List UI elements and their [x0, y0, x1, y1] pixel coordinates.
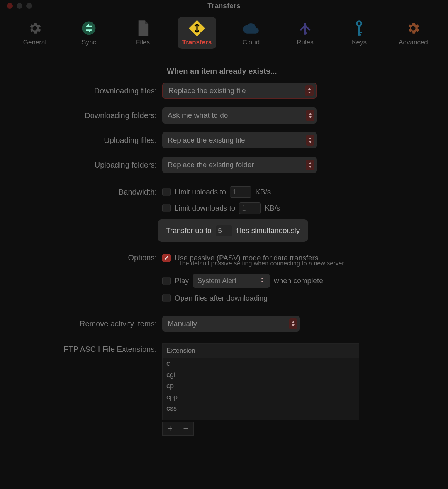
svg-point-0: [82, 22, 96, 35]
limit-uploads-input[interactable]: [230, 186, 251, 198]
gear-icon: [27, 20, 43, 36]
open-after-label: Open files after downloading: [175, 294, 268, 302]
tab-label: Files: [136, 39, 150, 46]
tab-label: Keys: [352, 39, 367, 46]
tab-keys[interactable]: Keys: [340, 17, 378, 49]
chevron-updown-icon: [289, 318, 297, 329]
titlebar: Transfers: [0, 0, 448, 12]
tab-label: General: [23, 39, 46, 46]
rules-icon: [297, 20, 313, 36]
content-area: When an item already exists... Downloadi…: [0, 55, 448, 436]
downloading-files-label: Downloading files:: [19, 87, 162, 95]
minus-icon: −: [183, 424, 188, 434]
limit-downloads-input[interactable]: [239, 202, 261, 214]
limit-uploads-label: Limit uploads to: [175, 188, 226, 196]
chevron-updown-icon: [306, 160, 314, 170]
remove-extension-button[interactable]: −: [178, 422, 193, 435]
tab-files[interactable]: Files: [124, 17, 162, 49]
plus-icon: +: [168, 424, 173, 434]
file-icon: [135, 20, 151, 36]
tab-label: Advanced: [399, 39, 428, 46]
kbps-label: KB/s: [255, 188, 271, 196]
remove-activity-select[interactable]: Manually: [162, 316, 300, 332]
extensions-header: Extension: [163, 344, 359, 358]
transfer-suffix: files simultaneously: [236, 226, 300, 235]
kbps-label: KB/s: [265, 204, 280, 212]
tab-sync[interactable]: Sync: [70, 17, 108, 49]
tab-label: Rules: [297, 39, 313, 46]
chevron-updown-icon: [306, 135, 314, 146]
chevron-updown-icon: [261, 276, 268, 285]
select-value: Replace the existing file: [168, 87, 246, 95]
downloading-folders-label: Downloading folders:: [19, 111, 162, 120]
section-heading: When an item already exists...: [19, 67, 429, 76]
when-complete-label: when complete: [274, 277, 323, 285]
extension-row[interactable]: c: [163, 358, 359, 369]
uploading-folders-label: Uploading folders:: [19, 161, 162, 170]
extensions-table: Extension c cgi cp cpp css: [162, 343, 359, 420]
limit-uploads-checkbox[interactable]: [162, 188, 171, 196]
remove-activity-label: Remove activity items:: [19, 319, 162, 328]
uploading-files-label: Uploading files:: [19, 136, 162, 145]
chevron-updown-icon: [305, 85, 314, 96]
options-label: Options:: [19, 253, 162, 262]
transfer-prefix: Transfer up to: [166, 226, 212, 235]
simultaneous-transfers-group: Transfer up to files simultaneously: [158, 219, 308, 242]
extension-row[interactable]: cp: [163, 380, 359, 392]
extensions-buttons: + −: [162, 422, 194, 436]
advanced-icon: [405, 20, 421, 36]
tab-cloud[interactable]: Cloud: [232, 17, 270, 49]
svg-point-4: [358, 22, 361, 25]
limit-downloads-checkbox[interactable]: [162, 204, 171, 212]
limit-downloads-label: Limit downloads to: [175, 204, 235, 212]
tab-label: Sync: [81, 39, 96, 46]
svg-rect-6: [358, 32, 362, 33]
tab-label: Cloud: [243, 39, 260, 46]
select-value: Replace the existing folder: [168, 161, 254, 169]
select-value: Replace the existing file: [168, 136, 245, 144]
select-value: Manually: [168, 319, 197, 328]
sync-icon: [81, 20, 97, 36]
window-title: Transfers: [0, 2, 448, 10]
ftp-ascii-ext-label: FTP ASCII File Extensions:: [19, 343, 162, 354]
chevron-updown-icon: [306, 110, 314, 121]
uploading-folders-select[interactable]: Replace the existing folder: [162, 157, 317, 173]
extension-row[interactable]: cpp: [163, 392, 359, 403]
svg-point-2: [304, 32, 307, 35]
tab-transfers[interactable]: Transfers: [178, 17, 216, 49]
play-label: Play: [175, 277, 189, 285]
extensions-list[interactable]: c cgi cp cpp css: [163, 358, 359, 420]
svg-rect-7: [358, 34, 361, 36]
tab-general[interactable]: General: [15, 17, 54, 49]
tab-label: Transfers: [182, 39, 212, 46]
play-sound-checkbox[interactable]: [162, 277, 171, 285]
add-extension-button[interactable]: +: [163, 422, 178, 435]
cloud-icon: [243, 20, 259, 36]
tab-rules[interactable]: Rules: [286, 17, 324, 49]
sound-select[interactable]: System Alert: [193, 274, 270, 288]
pasv-checkbox[interactable]: [162, 254, 171, 262]
extension-row[interactable]: css: [163, 403, 359, 414]
downloading-folders-select[interactable]: Ask me what to do: [162, 107, 317, 124]
select-value: System Alert: [197, 277, 236, 285]
select-value: Ask me what to do: [168, 111, 228, 120]
tab-advanced[interactable]: Advanced: [394, 17, 433, 49]
transfers-icon: [189, 20, 205, 36]
bandwidth-label: Bandwidth:: [19, 188, 162, 197]
key-icon: [351, 20, 367, 36]
downloading-files-select[interactable]: Replace the existing file: [162, 83, 317, 99]
extension-row[interactable]: cgi: [163, 369, 359, 380]
preferences-toolbar: General Sync Files Transfers Cloud Rules: [0, 12, 448, 55]
uploading-files-select[interactable]: Replace the existing file: [162, 132, 317, 148]
open-after-checkbox[interactable]: [162, 294, 171, 302]
simultaneous-count-input[interactable]: [216, 225, 232, 236]
